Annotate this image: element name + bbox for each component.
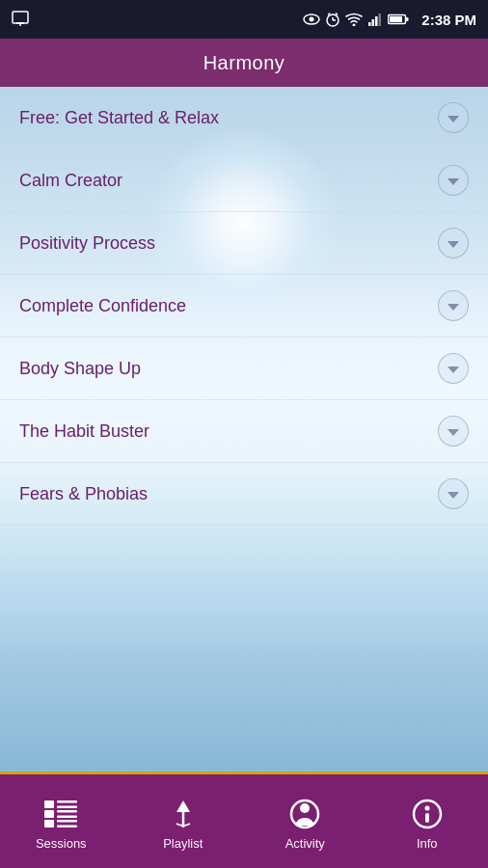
svg-point-10 (353, 24, 356, 27)
dropdown-button-1[interactable] (438, 102, 469, 133)
status-bar: 2:38 PM (0, 0, 488, 39)
list-item-3[interactable]: Positivity Process (0, 212, 488, 275)
list-item-label-5: Body Shape Up (19, 359, 141, 379)
dropdown-button-3[interactable] (438, 228, 469, 258)
list-item-label-3: Positivity Process (19, 233, 155, 254)
dropdown-button-4[interactable] (438, 290, 469, 321)
dropdown-button-5[interactable] (438, 353, 469, 384)
dropdown-button-7[interactable] (438, 478, 469, 509)
svg-rect-14 (379, 14, 382, 26)
list-item-5[interactable]: Body Shape Up (0, 338, 488, 400)
list-item-label-4: Complete Confidence (19, 296, 186, 316)
list-item-label-2: Calm Creator (19, 171, 122, 191)
svg-rect-24 (44, 820, 54, 827)
playlist-label: Playlist (163, 836, 203, 851)
app-header: Harmony (0, 39, 488, 87)
svg-rect-22 (57, 810, 77, 813)
status-bar-left-icons (12, 11, 29, 28)
svg-point-4 (310, 17, 314, 22)
sessions-icon (44, 798, 77, 830)
svg-rect-16 (390, 16, 402, 22)
nav-item-playlist[interactable]: Playlist (122, 790, 245, 851)
activity-label: Activity (285, 836, 325, 851)
info-label: Info (417, 836, 438, 851)
svg-rect-12 (372, 19, 375, 26)
list-item-label-6: The Habit Buster (19, 421, 149, 442)
list-item-1[interactable]: Free: Get Started & Relax (0, 87, 488, 149)
svg-rect-23 (57, 815, 77, 818)
svg-rect-13 (375, 16, 378, 26)
list-item-label-1: Free: Get Started & Relax (19, 108, 219, 128)
sessions-label: Sessions (36, 836, 87, 851)
nav-item-sessions[interactable]: Sessions (0, 790, 122, 851)
gold-divider (0, 772, 488, 774)
svg-rect-18 (44, 800, 54, 808)
svg-point-31 (424, 805, 429, 810)
nav-item-info[interactable]: Info (366, 790, 489, 851)
list-item-label-7: Fears & Phobias (19, 484, 148, 504)
dropdown-button-6[interactable] (438, 416, 469, 447)
svg-rect-19 (57, 800, 77, 803)
svg-rect-26 (57, 825, 77, 827)
svg-rect-11 (368, 22, 371, 26)
svg-rect-0 (13, 12, 28, 23)
svg-rect-32 (425, 813, 429, 823)
list-item-7[interactable]: Fears & Phobias (0, 463, 488, 526)
svg-rect-17 (406, 17, 409, 21)
dropdown-button-2[interactable] (438, 165, 469, 196)
svg-rect-25 (57, 820, 77, 823)
sessions-list: Free: Get Started & RelaxCalm CreatorPos… (0, 87, 488, 526)
svg-rect-20 (57, 805, 77, 808)
status-time: 2:38 PM (421, 12, 476, 28)
svg-rect-21 (44, 810, 54, 818)
info-icon (411, 798, 444, 830)
bottom-nav: Sessions Playlist Activity (0, 772, 488, 868)
playlist-icon (167, 798, 200, 830)
status-bar-icons: 2:38 PM (303, 12, 476, 28)
svg-point-29 (300, 803, 310, 813)
nav-item-activity[interactable]: Activity (244, 790, 366, 851)
app-title: Harmony (203, 52, 285, 74)
list-item-6[interactable]: The Habit Buster (0, 400, 488, 463)
list-item-4[interactable]: Complete Confidence (0, 275, 488, 338)
main-content: Free: Get Started & RelaxCalm CreatorPos… (0, 87, 488, 772)
activity-icon (288, 798, 321, 830)
list-item-2[interactable]: Calm Creator (0, 149, 488, 212)
